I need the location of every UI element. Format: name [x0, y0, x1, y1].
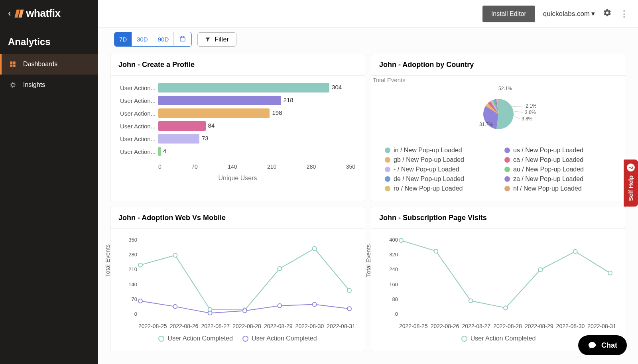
chat-icon	[588, 341, 597, 350]
account-dropdown[interactable]: quickolabs.com ▾	[543, 10, 595, 18]
y-tick: 400	[389, 237, 398, 243]
chat-button[interactable]: Chat	[578, 335, 627, 355]
line-svg: 080160240320400	[381, 236, 616, 320]
bar-track: 73	[158, 134, 355, 144]
tick: 210	[267, 163, 276, 170]
pie-subtitle: Total Events	[373, 77, 406, 83]
legend-item: za / New Pop-up Loaded	[504, 175, 612, 183]
bar-track: 218	[158, 96, 355, 105]
legend-label: gb / New Pop-up Loaded	[394, 156, 464, 163]
nav-list: DashboardsInsights	[0, 54, 98, 95]
legend-dot	[385, 176, 390, 182]
pie-label: 31.7%	[479, 122, 493, 127]
card-title: John - Adoption by Country	[371, 54, 626, 76]
legend-label: User Action Completed	[167, 335, 233, 342]
pie-label: 2.1%	[526, 103, 537, 109]
x-tick: 2022-08-30	[556, 323, 585, 329]
bar-fill	[158, 134, 199, 144]
x-tick: 2022-08-28	[232, 323, 261, 329]
legend-item: User Action Completed	[158, 335, 233, 342]
section-title: Analytics	[0, 27, 98, 54]
bar-chart: User Action...304User Action...218User A…	[110, 76, 365, 191]
legend-label: User Action Completed	[471, 335, 536, 342]
legend-item: au / New Pop-up Loaded	[504, 166, 612, 173]
data-point	[313, 246, 317, 250]
bar-x-axis: 070140210280350	[158, 159, 355, 170]
x-tick: 2022-08-31	[587, 323, 616, 329]
sidebar-item-dashboards[interactable]: Dashboards	[0, 54, 98, 75]
legend-item: gb / New Pop-up Loaded	[385, 156, 492, 163]
install-editor-button[interactable]: Install Editor	[482, 6, 535, 22]
bar-track: 84	[158, 121, 355, 131]
sidebar-item-insights[interactable]: Insights	[0, 75, 98, 95]
pie-label: 3.6%	[525, 110, 536, 115]
bar-label: User Action...	[120, 136, 158, 142]
x-axis: 2022-08-252022-08-262022-08-272022-08-28…	[381, 323, 616, 329]
x-tick: 2022-08-30	[295, 323, 324, 329]
self-help-label: Self Help	[628, 175, 634, 201]
x-tick: 2022-08-25	[138, 323, 167, 329]
legend-item: de / New Pop-up Loaded	[385, 175, 492, 183]
legend-item: ro / New Pop-up Loaded	[385, 185, 492, 192]
svg-rect-5	[180, 37, 185, 41]
calendar-icon	[179, 35, 186, 42]
data-point	[538, 268, 542, 272]
brand-name: whatfix	[26, 7, 60, 20]
bar-value: 84	[208, 122, 215, 129]
calendar-button[interactable]	[174, 32, 191, 46]
y-tick: 350	[128, 237, 137, 243]
bar-x-label: Unique Users	[120, 175, 355, 182]
filter-label: Filter	[215, 36, 229, 43]
self-help-tab[interactable]: Self Help ?	[624, 159, 638, 207]
pie-label: 3.8%	[522, 116, 533, 122]
legend-item: nl / New Pop-up Loaded	[504, 185, 612, 192]
line-series	[401, 240, 610, 308]
legend-item: in / New Pop-up Loaded	[385, 147, 492, 154]
x-tick: 2022-08-29	[264, 323, 293, 329]
data-point	[243, 309, 247, 313]
svg-line-6	[510, 106, 523, 107]
legend-label: za / New Pop-up Loaded	[513, 175, 583, 183]
legend-dot	[504, 148, 510, 153]
account-label: quickolabs.com	[543, 10, 590, 18]
svg-line-7	[512, 111, 523, 112]
tick: 70	[191, 163, 198, 170]
card-subscription: John - Subscription Page Visits Total Ev…	[371, 207, 626, 351]
gear-icon[interactable]	[603, 8, 612, 20]
legend-label: nl / New Pop-up Loaded	[513, 185, 582, 192]
legend-item: - / New Pop-up Loaded	[385, 166, 492, 173]
pie-slice	[496, 99, 514, 129]
legend-label: ro / New Pop-up Loaded	[394, 185, 463, 192]
svg-point-4	[11, 83, 14, 87]
data-point	[573, 250, 577, 254]
line-chart-subscription: Total Events 080160240320400 2022-08-252…	[371, 229, 626, 351]
toolbar: 7D30D90D Filter	[114, 32, 626, 47]
dashboard-icon	[9, 60, 17, 68]
more-vertical-icon[interactable]: ⋮	[620, 9, 628, 19]
legend-label: us / New Pop-up Loaded	[513, 147, 583, 154]
svg-rect-1	[13, 61, 16, 64]
data-point	[608, 271, 612, 275]
pie-chart: Total Events 52.1%2.1%3.6%3.8%31.7% in /…	[371, 76, 626, 201]
tick: 140	[228, 163, 237, 170]
bar-value: 73	[202, 135, 209, 142]
data-point	[347, 307, 351, 311]
bar-value: 198	[272, 109, 282, 116]
legend-label: - / New Pop-up Loaded	[394, 166, 459, 173]
range-90d[interactable]: 90D	[153, 32, 174, 46]
range-7d[interactable]: 7D	[114, 32, 132, 46]
legend-ring-icon	[461, 336, 467, 342]
bar-label: User Action...	[120, 85, 158, 91]
filter-icon	[205, 37, 211, 42]
back-chevron-icon[interactable]: ‹	[8, 8, 11, 19]
data-point	[313, 303, 317, 307]
filter-button[interactable]: Filter	[197, 32, 236, 47]
bar-label: User Action...	[120, 97, 158, 104]
legend-dot	[504, 176, 510, 182]
svg-rect-3	[13, 65, 16, 67]
x-tick: 2022-08-28	[493, 323, 522, 329]
legend-item: User Action Completed	[461, 335, 536, 342]
data-point	[278, 267, 282, 271]
range-30d[interactable]: 30D	[132, 32, 153, 46]
pie-legend: in / New Pop-up Loadedus / New Pop-up Lo…	[381, 147, 616, 192]
